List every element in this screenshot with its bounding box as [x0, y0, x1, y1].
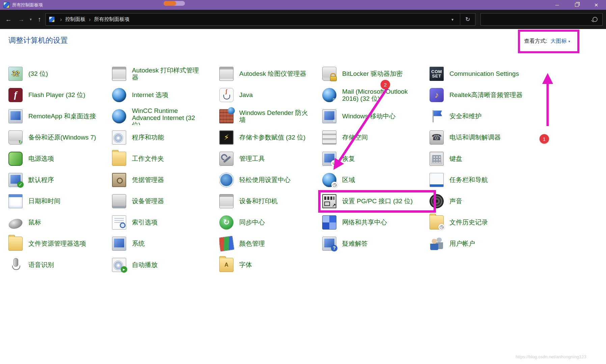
item-label: Windows Defender 防火 墙 — [239, 109, 308, 123]
item-recovery[interactable]: ↺恢复 — [322, 148, 424, 169]
title-bar: 所有控制面板项 ─ × — [0, 0, 606, 10]
mail-icon: ✉ — [322, 88, 336, 102]
page-title: 调整计算机的设置 — [8, 35, 68, 46]
item-sound[interactable]: 声音 — [430, 190, 531, 212]
item-label: WinCC Runtime Advanced Internet (32 位) — [132, 107, 195, 125]
close-button[interactable]: × — [586, 0, 606, 10]
view-mode-caret-icon[interactable]: ▾ — [568, 39, 570, 43]
refresh-icon[interactable]: ↻ — [460, 13, 475, 25]
item-communication-settings[interactable]: COM SETCommunication Settings — [430, 63, 531, 84]
indexing-options-icon — [112, 215, 126, 230]
address-dropdown-icon[interactable]: ▾ — [445, 13, 460, 25]
item-app-32bit[interactable]: 32(32 位) — [8, 63, 110, 84]
app-32bit-icon: 32 — [8, 67, 23, 81]
item-mouse[interactable]: 鼠标 — [8, 212, 110, 233]
install-progress-fill — [164, 1, 176, 6]
watermark: https://blog.csdn.net/anhongning123 — [516, 354, 586, 359]
item-realtek-audio[interactable]: ♪Realtek高清晰音频管理器 — [430, 84, 531, 105]
breadcrumb-control-panel[interactable]: 控制面板 — [65, 16, 85, 23]
taskbar-navigation-icon — [430, 173, 444, 187]
item-color-management[interactable]: 颜色管理 — [219, 233, 321, 254]
item-label: 疑难解答 — [342, 240, 368, 247]
item-autodesk-print-styles[interactable]: Autodesk 打印样式管理 器 — [112, 63, 214, 84]
minimize-button[interactable]: ─ — [547, 0, 567, 10]
remote-desktop-icon — [8, 109, 23, 123]
back-button[interactable]: ← — [3, 10, 14, 29]
item-firewall[interactable]: Windows Defender 防火 墙 — [219, 105, 321, 127]
item-ease-of-access[interactable]: 轻松使用设置中心 — [219, 169, 321, 190]
item-keyboard[interactable]: 键盘 — [430, 148, 531, 169]
search-icon — [593, 17, 598, 22]
item-label: Internet 选项 — [132, 91, 168, 98]
item-bitlocker[interactable]: BitLocker 驱动器加密 — [322, 63, 424, 84]
item-autodesk-plotter[interactable]: Autodesk 绘图仪管理器 — [219, 63, 321, 84]
history-dropdown[interactable]: ▾ — [27, 10, 34, 29]
item-remote-desktop[interactable]: RemoteApp 和桌面连接 — [8, 105, 110, 127]
item-label: 凭据管理器 — [132, 176, 164, 183]
item-mobility-center[interactable]: ≡Windows 移动中心 — [322, 105, 424, 127]
item-file-history[interactable]: ◷文件历史记录 — [430, 212, 531, 233]
region-icon: ◷ — [322, 173, 336, 187]
item-memory-card[interactable]: ⚡存储卡参数赋值 (32 位) — [219, 127, 321, 148]
item-label: 索引选项 — [132, 219, 158, 226]
item-label: Realtek高清晰音频管理器 — [449, 91, 522, 98]
item-autoplay[interactable]: ▸自动播放 — [112, 254, 214, 275]
fonts-icon: A — [219, 258, 233, 272]
item-credential-manager[interactable]: 凭据管理器 — [112, 169, 214, 190]
view-mode-value[interactable]: 大图标 — [550, 38, 567, 45]
item-file-explorer-options[interactable]: 文件资源管理器选项 — [8, 233, 110, 254]
item-backup-restore[interactable]: ↻备份和还原(Windows 7) — [8, 127, 110, 148]
item-phone-modem[interactable]: ☎电话和调制解调器 — [430, 127, 531, 148]
mobility-center-icon-overlay: ≡ — [331, 118, 337, 124]
item-work-folders[interactable]: 工作文件夹 — [112, 148, 214, 169]
phone-modem-icon: ☎ — [430, 130, 444, 145]
item-default-programs[interactable]: ✓默认程序 — [8, 169, 110, 190]
item-indexing-options[interactable]: 索引选项 — [112, 212, 214, 233]
item-device-manager[interactable]: 设备管理器 — [112, 190, 214, 212]
item-troubleshooting[interactable]: ?疑难解答 — [322, 233, 424, 254]
item-programs-features[interactable]: 程序和功能 — [112, 127, 214, 148]
item-label: 声音 — [449, 198, 462, 205]
memory-card-icon: ⚡ — [219, 130, 233, 145]
item-mail[interactable]: ✉Mail (Microsoft Outlook 2016) (32 位) — [322, 84, 424, 105]
item-date-time[interactable]: 日期和时间 — [8, 190, 110, 212]
item-security-maintenance[interactable]: 安全和维护 — [430, 105, 531, 127]
maximize-button[interactable] — [567, 0, 586, 10]
up-button[interactable]: ↑ — [34, 10, 45, 29]
admin-tools-icon — [219, 152, 233, 166]
security-maintenance-icon — [430, 109, 444, 123]
item-devices-printers[interactable]: 设备和打印机 — [219, 190, 321, 212]
forward-button[interactable]: → — [16, 10, 27, 29]
address-bar[interactable]: › 控制面板 › 所有控制面板项 ▾ ↻ — [46, 13, 475, 26]
sound-icon — [430, 194, 444, 208]
mobility-center-icon: ≡ — [322, 109, 336, 123]
color-management-icon — [219, 236, 235, 251]
item-region[interactable]: ◷区域 — [322, 169, 424, 190]
recovery-icon: ↺ — [322, 152, 336, 166]
breadcrumb-all-items[interactable]: 所有控制面板项 — [94, 16, 130, 23]
item-label: 备份和还原(Windows 7) — [28, 134, 96, 141]
item-pgpc-interface[interactable]: ↗设置 PG/PC 接口 (32 位) — [322, 190, 424, 212]
item-fonts[interactable]: A字体 — [219, 254, 321, 275]
item-speech-recognition[interactable]: 语音识别 — [8, 254, 110, 275]
item-storage-spaces[interactable]: 存储空间 — [322, 127, 424, 148]
item-sync-center[interactable]: ↻同步中心 — [219, 212, 321, 233]
search-input[interactable] — [480, 13, 603, 26]
item-label: 程序和功能 — [132, 134, 164, 141]
item-label: 恢复 — [342, 155, 355, 162]
item-taskbar-navigation[interactable]: 任务栏和导航 — [430, 169, 531, 190]
column-5: COM SETCommunication Settings♪Realtek高清晰… — [430, 63, 531, 254]
column-2: Autodesk 打印样式管理 器Internet 选项WinCC Runtim… — [112, 63, 214, 275]
file-history-icon-overlay: ◷ — [438, 224, 445, 230]
item-flash-player[interactable]: fFlash Player (32 位) — [8, 84, 110, 105]
item-network-sharing[interactable]: 网络和共享中心 — [322, 212, 424, 233]
item-label: 管理工具 — [239, 155, 265, 162]
item-internet-options[interactable]: Internet 选项 — [112, 84, 214, 105]
item-power-options[interactable]: 电源选项 — [8, 148, 110, 169]
item-system[interactable]: 系统 — [112, 233, 214, 254]
item-wincc-runtime[interactable]: WinCC Runtime Advanced Internet (32 位) — [112, 105, 214, 127]
item-user-accounts[interactable]: 用户帐户 — [430, 233, 531, 254]
control-panel-icon — [49, 17, 55, 22]
item-admin-tools[interactable]: 管理工具 — [219, 148, 321, 169]
item-java[interactable]: Java — [219, 84, 321, 105]
